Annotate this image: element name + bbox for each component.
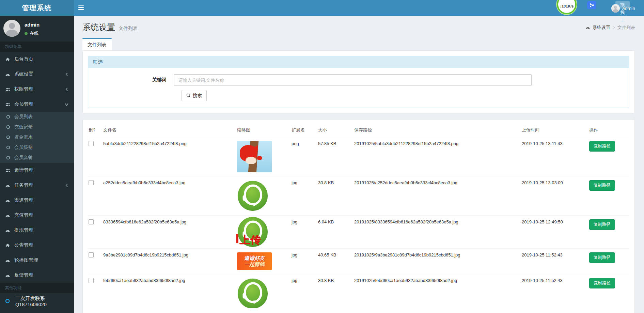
gauge-icon	[5, 213, 14, 218]
sidebar-subitem-recharge-records[interactable]: 充值记录	[0, 122, 74, 132]
top-navbar: 管理系统 ↓101K/s 拖拽上传 admin	[0, 0, 644, 16]
gauge-icon	[5, 258, 14, 263]
copy-path-button[interactable]: 复制路径	[589, 219, 615, 230]
network-speed-badge[interactable]: ↓101K/s	[557, 0, 577, 14]
sidebar-item-announcements[interactable]: 公告管理	[0, 238, 74, 253]
table-row: 5abfa3ddb211228298ef15b2a47224f8.png png…	[88, 137, 629, 176]
search-icon	[186, 93, 191, 98]
chevron-left-icon	[65, 88, 68, 91]
sidebar-subitem-fund-flow[interactable]: 资金流水	[0, 132, 74, 142]
circle-icon	[5, 299, 15, 303]
online-status-icon	[25, 32, 28, 35]
keyword-input[interactable]	[174, 74, 532, 86]
drag-upload-button[interactable]: 拖拽上传	[615, 1, 630, 9]
file-size: 30.8 KB	[317, 176, 354, 215]
filter-header: 筛选	[88, 56, 629, 68]
row-checkbox[interactable]	[89, 141, 94, 146]
thumbnail-image[interactable]	[237, 180, 272, 212]
col-extension: 扩展名	[291, 124, 317, 137]
upload-time: 2019-10-25 13:11:43	[521, 137, 588, 176]
table-row: a252ddec5aeafbb0b6c333cf4bc8eca3.jpg jpg…	[88, 176, 629, 216]
cloud-share-icon[interactable]	[587, 1, 596, 9]
col-path: 保存路径	[354, 124, 521, 137]
sidebar-user-status: 在线	[25, 30, 40, 36]
sidebar-item-home[interactable]: 后台首页	[0, 52, 74, 67]
copy-path-button[interactable]: 复制路径	[589, 278, 615, 288]
thumbnail-image[interactable]: 上传	[237, 219, 272, 245]
app-brand[interactable]: 管理系统	[0, 0, 74, 16]
sidebar-toggle-icon[interactable]	[78, 4, 86, 11]
tab-file-list[interactable]: 文件列表	[82, 38, 112, 50]
sidebar-item-channels[interactable]: 渠道管理	[0, 193, 74, 208]
sidebar-item-invites[interactable]: 邀请管理	[0, 163, 74, 178]
upload-time: 2019-10-25 11:52:43	[521, 274, 588, 308]
circle-icon	[6, 115, 14, 119]
gauge-icon	[5, 273, 14, 278]
copy-path-button[interactable]: 复制路径	[589, 141, 615, 152]
thumbnail-overlay-text: 上传	[235, 233, 261, 247]
sidebar-subitem-member-level[interactable]: 会员级别	[0, 142, 74, 153]
sidebar-item-recharge[interactable]: 充值管理	[0, 208, 74, 223]
breadcrumb-separator: >	[613, 25, 615, 30]
file-name: febd60ca1aea5932aba5d83f650f8ad2.jpg	[103, 274, 236, 308]
file-size: 40.65 KB	[317, 249, 354, 274]
col-thumbnail: 缩略图	[236, 124, 291, 137]
file-table: 删? 文件名 缩略图 扩展名 大小 保存路径 上传时间 操作 5abfa3ddb…	[88, 124, 629, 308]
file-size: 6.04 KB	[317, 216, 354, 248]
circle-icon	[6, 156, 14, 160]
col-filename: 文件名	[103, 124, 236, 137]
tab-bar: 文件列表	[74, 33, 644, 50]
sidebar-section-main: 功能菜单	[0, 42, 74, 52]
avatar	[3, 20, 20, 37]
speed-value: 101K/s	[562, 4, 574, 8]
chevron-left-icon	[65, 73, 68, 76]
file-ext: jpg	[291, 176, 317, 215]
row-checkbox[interactable]	[89, 180, 94, 185]
file-name: 5abfa3ddb211228298ef15b2a47224f8.png	[103, 137, 236, 176]
sidebar-item-feedback[interactable]: 反馈管理	[0, 268, 74, 283]
table-row: febd60ca1aea5932aba5d83f650f8ad2.jpg jpg…	[88, 274, 629, 308]
users-icon	[5, 102, 14, 107]
gauge-icon	[585, 25, 590, 30]
file-path: 20191025/5abfa3ddb211228298ef15b2a47224f…	[354, 137, 521, 176]
keyword-label: 关键词	[88, 77, 174, 83]
copy-path-button[interactable]: 复制路径	[589, 252, 615, 263]
sidebar: admin 在线 功能菜单 后台首页 系统设置 权限管理 会员管理	[0, 16, 74, 313]
thumbnail-image[interactable]	[237, 141, 272, 172]
sidebar-item-tasks[interactable]: 任务管理	[0, 178, 74, 193]
sidebar-item-permissions[interactable]: 权限管理	[0, 82, 74, 97]
chevron-down-icon	[65, 103, 68, 106]
file-size: 30.8 KB	[317, 274, 354, 308]
sidebar-section-other: 其他功能	[0, 283, 74, 293]
breadcrumb: 系统设置 > 文件列表	[585, 25, 635, 31]
row-checkbox[interactable]	[89, 252, 94, 257]
file-path: 20191025/a252ddec5aeafbb0b6c333cf4bc8eca…	[354, 176, 521, 215]
file-ext: jpg	[291, 249, 317, 274]
file-ext: jpg	[291, 216, 317, 248]
sidebar-item-carousel[interactable]: 轮播图管理	[0, 253, 74, 268]
sidebar-item-withdrawals[interactable]: 提现管理	[0, 223, 74, 238]
sidebar-subitem-member-package[interactable]: 会员套餐	[0, 153, 74, 163]
sidebar-item-dev-contact[interactable]: 二次开发联系Q1871609020	[0, 293, 74, 309]
file-name: a252ddec5aeafbb0b6c333cf4bc8eca3.jpg	[103, 176, 236, 215]
table-header-row: 删? 文件名 缩略图 扩展名 大小 保存路径 上传时间 操作	[88, 124, 629, 137]
circle-icon	[6, 125, 14, 129]
users-icon	[5, 87, 14, 92]
file-path: 20191025/febd60ca1aea5932aba5d83f650f8ad…	[354, 274, 521, 308]
file-size: 57.85 KB	[317, 137, 354, 176]
sidebar-item-system-settings[interactable]: 系统设置	[0, 67, 74, 82]
row-checkbox[interactable]	[89, 278, 94, 283]
sidebar-user-panel: admin 在线	[0, 16, 74, 42]
sidebar-item-members[interactable]: 会员管理	[0, 97, 74, 112]
members-submenu: 会员列表 充值记录 资金流水 会员级别 会员套餐	[0, 112, 74, 163]
upload-time: 2019-10-25 13:03:09	[521, 176, 588, 215]
copy-path-button[interactable]: 复制路径	[589, 180, 615, 191]
thumbnail-image[interactable]: 邀请好友 一起赚钱	[237, 252, 272, 270]
gauge-icon	[5, 198, 14, 203]
sidebar-subitem-member-list[interactable]: 会员列表	[0, 112, 74, 122]
main-content: 系统设置 文件列表 系统设置 > 文件列表 文件列表 筛选 关键词 搜索	[74, 16, 644, 313]
thumbnail-image[interactable]	[237, 278, 272, 308]
search-button[interactable]: 搜索	[182, 90, 207, 101]
breadcrumb-root[interactable]: 系统设置	[593, 25, 610, 31]
row-checkbox[interactable]	[89, 219, 94, 224]
